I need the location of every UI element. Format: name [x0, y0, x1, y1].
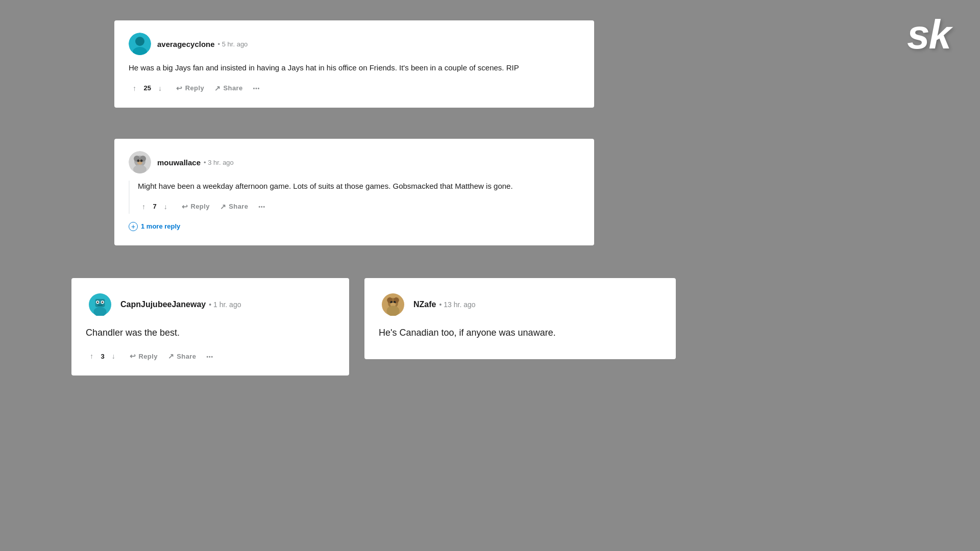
share-icon-2 — [220, 203, 226, 211]
avatar-4 — [379, 290, 407, 319]
svg-point-9 — [140, 160, 143, 162]
share-icon-3 — [168, 352, 174, 360]
username-4: NZafe — [413, 300, 436, 309]
upvote-icon-1 — [133, 84, 136, 92]
share-icon-1 — [214, 84, 220, 92]
svg-point-26 — [386, 306, 399, 316]
comment-actions-1: 25 Reply Share — [129, 81, 580, 95]
downvote-icon-3 — [112, 352, 115, 360]
reply-indent-2: Might have been a weekday afternoon game… — [129, 181, 580, 214]
comment-header-3: CapnJujubeeJaneway • 1 hr. ago — [86, 290, 335, 319]
upvote-btn-1[interactable] — [129, 81, 140, 95]
timestamp-4: • 13 hr. ago — [439, 300, 475, 309]
timestamp-3: • 1 hr. ago — [209, 300, 241, 309]
share-btn-2[interactable]: Share — [216, 199, 253, 214]
reply-icon-1 — [176, 84, 182, 92]
more-replies-btn[interactable]: + 1 more reply — [129, 220, 580, 233]
more-btn-2[interactable] — [254, 199, 270, 213]
comment-card-1: averagecyclone • 5 hr. ago He was a big … — [114, 20, 594, 108]
page-container: sk averagecyclone • 5 hr. ago He was a b… — [0, 0, 980, 551]
share-btn-1[interactable]: Share — [210, 81, 247, 95]
vote-count-2: 7 — [153, 203, 156, 210]
downvote-btn-2[interactable] — [160, 199, 172, 214]
comment-actions-2: 7 Reply Share — [138, 199, 580, 214]
comment-text-2: Might have been a weekday afternoon game… — [138, 181, 580, 192]
comment-header-1: averagecyclone • 5 hr. ago — [129, 33, 580, 55]
more-btn-1[interactable] — [249, 81, 264, 95]
downvote-btn-3[interactable] — [108, 349, 119, 363]
comment-header-4: NZafe • 13 hr. ago — [379, 290, 662, 319]
reply-btn-2[interactable]: Reply — [178, 199, 214, 214]
more-icon-1 — [253, 84, 260, 92]
comment-text-3: Chandler was the best. — [86, 326, 335, 340]
comment-actions-3: 3 Reply Share — [86, 349, 335, 363]
username-1: averagecyclone — [157, 40, 215, 48]
username-3: CapnJujubeeJaneway — [120, 300, 206, 309]
username-2: mouwallace — [157, 158, 201, 167]
downvote-icon-1 — [158, 84, 162, 92]
sk-logo: sk — [907, 14, 950, 55]
timestamp-1: • 5 hr. ago — [218, 40, 248, 48]
vote-count-3: 3 — [101, 353, 104, 360]
comment-card-3: CapnJujubeeJaneway • 1 hr. ago Chandler … — [71, 278, 349, 375]
comment-text-4: He's Canadian too, if anyone was unaware… — [379, 326, 662, 340]
more-btn-3[interactable] — [202, 349, 217, 363]
avatar-1 — [129, 33, 151, 55]
comment-card-2: mouwallace • 3 hr. ago Might have been a… — [114, 139, 594, 245]
upvote-btn-2[interactable] — [138, 199, 150, 214]
reply-btn-3[interactable]: Reply — [126, 349, 162, 363]
reply-icon-3 — [130, 352, 136, 360]
reply-icon-2 — [182, 203, 188, 211]
svg-point-16 — [102, 302, 103, 303]
more-replies-icon: + — [129, 222, 138, 231]
svg-rect-17 — [97, 305, 102, 306]
vote-area-1: 25 — [129, 81, 166, 95]
vote-count-1: 25 — [143, 84, 151, 92]
share-btn-3[interactable]: Share — [164, 349, 201, 363]
upvote-btn-3[interactable] — [86, 349, 97, 363]
downvote-icon-2 — [164, 203, 167, 211]
svg-point-8 — [137, 160, 140, 162]
comment-text-1: He was a big Jays fan and insisted in ha… — [129, 62, 580, 74]
comment-header-2: mouwallace • 3 hr. ago — [129, 151, 580, 173]
downvote-btn-1[interactable] — [154, 81, 166, 95]
svg-point-15 — [97, 302, 99, 303]
more-icon-3 — [206, 353, 213, 360]
avatar-3 — [86, 290, 114, 319]
reply-btn-1[interactable]: Reply — [172, 81, 208, 95]
comment-card-4: NZafe • 13 hr. ago He's Canadian too, if… — [364, 278, 676, 359]
vote-area-3: 3 — [86, 349, 119, 363]
timestamp-2: • 3 hr. ago — [204, 159, 234, 166]
upvote-icon-2 — [142, 203, 145, 211]
upvote-icon-3 — [90, 352, 93, 360]
vote-area-2: 7 — [138, 199, 172, 214]
avatar-2 — [129, 151, 151, 173]
svg-point-1 — [135, 37, 144, 46]
more-icon-2 — [258, 203, 265, 210]
